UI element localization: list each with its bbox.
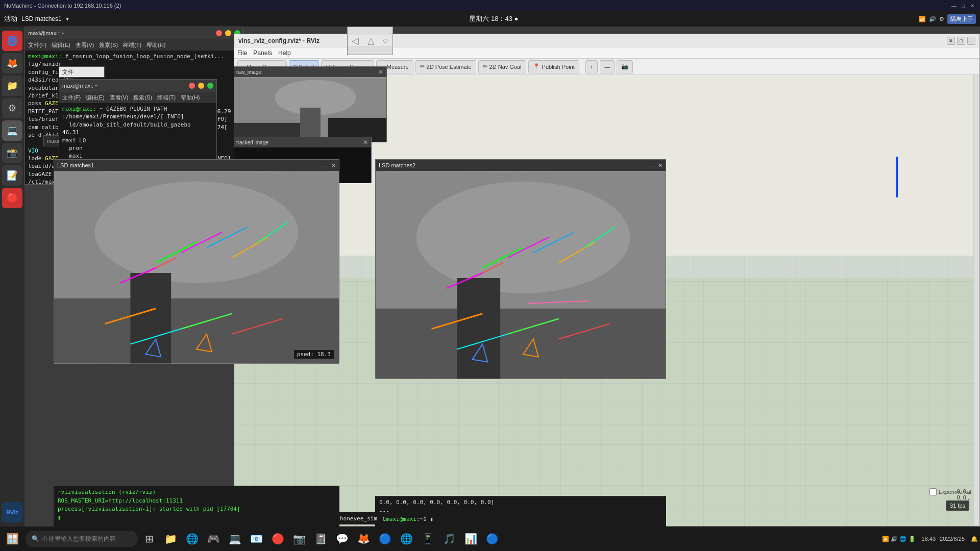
term2-line: ld/amovlab_sitl_default/build_gazebo : 4…: [62, 121, 213, 137]
lsd2-titlebar[interactable]: LSD matches2 — ✕: [376, 160, 666, 171]
svg-point-6: [95, 182, 299, 283]
settings-icon[interactable]: ⚙: [939, 16, 944, 22]
nomachine-close[interactable]: ✕: [969, 2, 976, 9]
taskbar-time: 18:43: [922, 536, 936, 542]
nav-label: 2D Nav Goal: [489, 64, 522, 70]
sidebar-item-files[interactable]: 📁: [2, 76, 22, 96]
nomachine-minimize[interactable]: —: [950, 2, 958, 9]
nomachine-maximize[interactable]: □: [960, 2, 967, 9]
term2-line: pron: [62, 144, 213, 152]
taskbar-terminal2[interactable]: 💻: [225, 529, 245, 549]
lsd2-terminal-bottom: 0.0, 0.0, 0.0, 0.0, 0.0, 0.0, 0.0] --- ^…: [375, 496, 666, 527]
dialog-btn3[interactable]: ○: [383, 35, 388, 46]
taskbar-game[interactable]: 🎮: [203, 529, 224, 549]
taskbar-app-blue[interactable]: 🔵: [375, 529, 395, 549]
plus-tool[interactable]: +: [585, 60, 598, 73]
term-line: maxi@maxi: f_rosrun_loop_fusion_loop_fus…: [28, 53, 240, 60]
sidebar-item-notes[interactable]: 📝: [2, 165, 22, 186]
volume-icon[interactable]: 🔊: [929, 16, 936, 22]
terminal-2-min[interactable]: [198, 83, 204, 89]
taskbar-files[interactable]: 📁: [160, 529, 181, 549]
menu-file[interactable]: 文件(F): [28, 41, 46, 49]
taskbar-notes[interactable]: 📓: [310, 529, 331, 549]
elapsed-label: psed:: [297, 351, 314, 358]
rviz-max-btn[interactable]: □: [957, 37, 965, 45]
menu2-search[interactable]: 搜索(S): [133, 94, 152, 102]
sidebar-item-rviz[interactable]: RViz: [2, 502, 22, 522]
app-menu-arrow[interactable]: ▾: [66, 15, 69, 22]
rviz-menu-panels[interactable]: Panels: [253, 49, 272, 57]
dialog-btn1[interactable]: ◁: [352, 35, 359, 46]
camera-tool[interactable]: 📷: [617, 60, 633, 73]
network-icon[interactable]: 📶: [919, 16, 926, 22]
taskbar-analytics[interactable]: 📊: [460, 529, 481, 549]
activities-button[interactable]: 活动: [4, 14, 17, 23]
taskbar-mobile[interactable]: 📱: [418, 529, 438, 549]
2d-nav-tool[interactable]: ✏ 2D Nav Goal: [478, 60, 526, 73]
sidebar-item-settings[interactable]: ⚙: [2, 98, 22, 118]
lsd1-close[interactable]: ✕: [331, 162, 336, 169]
menu2-help[interactable]: 帮助(H): [181, 94, 200, 102]
menu-edit[interactable]: 编辑(E): [52, 41, 70, 49]
rviz-min-btn[interactable]: —: [967, 37, 975, 45]
taskbar-web[interactable]: 🌐: [396, 529, 416, 549]
menu2-file[interactable]: 文件(F): [62, 94, 81, 102]
term-bottom-line2: ROS_MASTER_URI=http://localhost:11311: [58, 497, 335, 506]
system-clock: 星期六 18：43 ●: [469, 14, 518, 23]
menu2-view[interactable]: 查看(V): [110, 94, 129, 102]
terminal-1-close[interactable]: [216, 30, 222, 36]
taskbar-firefox[interactable]: 🦊: [353, 529, 374, 549]
rviz-menu-file[interactable]: File: [237, 49, 247, 57]
raw-image-titlebar[interactable]: raw_image ✕: [234, 67, 386, 77]
lsd1-minimize[interactable]: —: [323, 162, 328, 169]
taskbar-circle[interactable]: 🔵: [482, 529, 502, 549]
taskbar-search-box[interactable]: 🔍 在这里输入您要搜索的内容: [26, 531, 138, 547]
terminal-2-max[interactable]: [207, 83, 213, 89]
sidebar-item-app1[interactable]: 🔴: [2, 188, 22, 208]
taskbar-browser[interactable]: 🌐: [182, 529, 202, 549]
menu-view[interactable]: 查看(V): [76, 41, 94, 49]
experimental-checkbox[interactable]: [929, 488, 937, 495]
lsd1-controls: — ✕: [323, 162, 336, 169]
sidebar-item-activities[interactable]: 🌀: [2, 31, 22, 51]
fps-display: 31 fps: [946, 500, 969, 511]
lsd2-minimize[interactable]: —: [649, 162, 655, 169]
menu-search[interactable]: 搜索(S): [99, 41, 118, 49]
taskbar-email[interactable]: 📧: [246, 529, 266, 549]
raw-image-close[interactable]: ✕: [377, 68, 384, 76]
lsd2-close[interactable]: ✕: [658, 162, 663, 169]
menu-terminal[interactable]: 终端(T): [123, 41, 141, 49]
terminal-2-titlebar[interactable]: maxi@maxi: ~: [59, 80, 216, 92]
sidebar-item-screenshot[interactable]: 📸: [2, 143, 22, 163]
publish-point-tool[interactable]: 📍 Publish Point: [528, 60, 579, 73]
menu2-edit[interactable]: 编辑(E): [86, 94, 105, 102]
active-app-name[interactable]: LSD matches1: [21, 15, 62, 22]
lsd2-controls: — ✕: [649, 162, 663, 169]
terminal-1-min[interactable]: [225, 30, 231, 36]
menu2-terminal[interactable]: 终端(T): [157, 94, 176, 102]
sidebar-item-terminal[interactable]: 💻: [2, 120, 22, 141]
taskbar-windows[interactable]: 🪟: [2, 529, 22, 549]
rviz-titlebar[interactable]: vins_rviz_config.rviz* - RViz ✕ □ —: [234, 34, 979, 47]
taskbar-app-red[interactable]: 🔴: [267, 529, 288, 549]
tracked-image-close[interactable]: ✕: [362, 139, 369, 146]
menu-help[interactable]: 帮助(H): [146, 41, 165, 49]
taskbar-task-view[interactable]: ⊞: [139, 529, 159, 549]
rviz-scrollbar[interactable]: [973, 75, 979, 526]
screenshot-btn[interactable]: 隔离上手: [947, 14, 976, 24]
tracked-image-titlebar[interactable]: tracked image ✕: [234, 137, 371, 147]
sidebar-item-firefox[interactable]: 🦊: [2, 53, 22, 73]
taskbar-music[interactable]: 🎵: [439, 529, 459, 549]
taskbar-camera[interactable]: 📷: [289, 529, 309, 549]
terminal-2-close[interactable]: [189, 83, 195, 89]
rviz-close-btn[interactable]: ✕: [947, 37, 955, 45]
lsd1-titlebar[interactable]: LSD matches1 — ✕: [54, 160, 339, 171]
rviz-menu-help[interactable]: Help: [278, 49, 291, 57]
terminal-1-titlebar[interactable]: maxi@maxi: ~: [25, 27, 243, 39]
minus-tool[interactable]: —: [600, 60, 615, 73]
taskbar-notification[interactable]: 🔔: [971, 536, 978, 542]
dialog-btn2[interactable]: △: [368, 35, 375, 46]
2d-pose-tool[interactable]: ✏ 2D Pose Estimate: [415, 60, 476, 73]
taskbar-chat[interactable]: 💬: [332, 529, 352, 549]
lsd2-image: [376, 171, 666, 379]
